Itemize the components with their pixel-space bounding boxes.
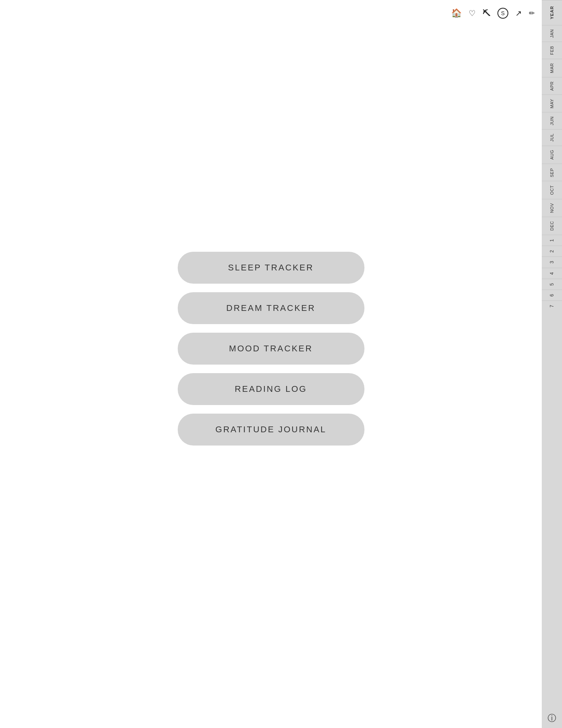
main-content: SLEEP TRACKER DREAM TRACKER MOOD TRACKER… bbox=[0, 0, 542, 728]
sidebar-item-jul[interactable]: JUL bbox=[542, 129, 562, 146]
sidebar-item-aug[interactable]: AUG bbox=[542, 146, 562, 163]
sidebar-item-dec[interactable]: DEC bbox=[542, 217, 562, 235]
gratitude-journal-button[interactable]: GRATITUDE JOURNAL bbox=[178, 414, 364, 446]
sidebar-item-mar[interactable]: MAR bbox=[542, 59, 562, 77]
sidebar-item-oct[interactable]: OCT bbox=[542, 181, 562, 199]
sidebar-item-5[interactable]: 5 bbox=[542, 279, 562, 289]
sidebar-item-6[interactable]: 6 bbox=[542, 289, 562, 300]
sidebar-item-jun[interactable]: JUN bbox=[542, 112, 562, 129]
sidebar-item-feb[interactable]: FEB bbox=[542, 42, 562, 59]
sidebar-item-7[interactable]: 7 bbox=[542, 300, 562, 311]
sidebar-item-1[interactable]: 1 bbox=[542, 235, 562, 246]
reading-log-button[interactable]: READING LOG bbox=[178, 373, 364, 405]
sidebar-item-apr[interactable]: APR bbox=[542, 77, 562, 95]
sidebar-item-may[interactable]: MAY bbox=[542, 95, 562, 112]
sidebar: YEAR JAN FEB MAR APR MAY JUN JUL AUG SEP… bbox=[542, 0, 562, 728]
sidebar-item-sep[interactable]: SEP bbox=[542, 164, 562, 181]
sleep-tracker-button[interactable]: SLEEP TRACKER bbox=[178, 252, 364, 284]
dream-tracker-button[interactable]: DREAM TRACKER bbox=[178, 292, 364, 324]
buttons-container: SLEEP TRACKER DREAM TRACKER MOOD TRACKER… bbox=[178, 252, 364, 446]
sidebar-item-4[interactable]: 4 bbox=[542, 268, 562, 279]
mood-tracker-button[interactable]: MOOD TRACKER bbox=[178, 333, 364, 365]
info-button[interactable]: ⓘ bbox=[542, 709, 562, 728]
sidebar-item-year[interactable]: YEAR bbox=[542, 0, 562, 25]
sidebar-item-2[interactable]: 2 bbox=[542, 246, 562, 256]
sidebar-item-jan[interactable]: JAN bbox=[542, 25, 562, 42]
sidebar-item-3[interactable]: 3 bbox=[542, 256, 562, 267]
sidebar-item-nov[interactable]: NOV bbox=[542, 199, 562, 217]
